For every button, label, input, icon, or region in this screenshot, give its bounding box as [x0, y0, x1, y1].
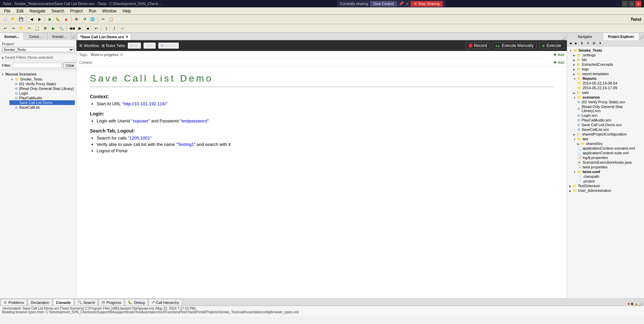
t2-btn7[interactable]: ▶ — [50, 25, 57, 32]
t2-btn9[interactable]: ◀◀ — [68, 25, 75, 32]
new-button[interactable]: ⬜ — [1, 16, 9, 23]
rt-scn-readonly[interactable]: [Read Only General Step Library].scn — [577, 104, 643, 113]
maximize-button[interactable]: □ — [629, 1, 635, 7]
t2-btn10[interactable]: ▶ — [76, 25, 84, 32]
rt-scn-playcall[interactable]: PlayCallAudio.scn — [577, 118, 643, 122]
userid-link[interactable]: "supuser" — [131, 118, 150, 123]
terminate-button[interactable]: ■ — [628, 302, 630, 306]
menu-file[interactable]: File — [1, 8, 13, 14]
open-button[interactable]: 📂 — [9, 16, 17, 23]
tree-01-verify[interactable]: (01 Verify Proxy State) — [9, 82, 75, 86]
rt-log4j[interactable]: log4j.properties — [577, 155, 643, 160]
rp-btn1[interactable]: ◀ — [568, 41, 573, 46]
rp-btn6[interactable]: ▼ — [597, 41, 603, 46]
rp-btn4[interactable]: ↺ — [585, 41, 591, 46]
rt-app-context-suite[interactable]: applicationContext-suite.xml — [577, 151, 643, 155]
t2-btn5[interactable]: 📋 — [34, 25, 41, 32]
debug-button[interactable]: 🐛 — [54, 16, 62, 23]
rt-sahi[interactable]: sahi — [573, 90, 643, 95]
rt-shared-src[interactable]: sharedSrc — [577, 141, 643, 146]
menu-run[interactable]: Run — [86, 8, 99, 14]
editor-tab-save-call-list[interactable]: *Save Call List Demo.scn ✕ — [77, 33, 131, 40]
t2-btn13[interactable]: ⤵ — [103, 25, 110, 32]
tree-play-call-audio[interactable]: PlayCallAudio — [9, 96, 75, 100]
close-button[interactable]: ✕ — [635, 1, 641, 7]
rt-scenarios[interactable]: scenarios — [573, 95, 643, 100]
editor-maximize-button[interactable]: □ — [564, 37, 566, 40]
t2-btn3[interactable]: 📁 — [17, 25, 25, 32]
bottom-tab-search[interactable]: 🔍 Search — [74, 299, 98, 306]
bold-button[interactable]: Bold — [128, 43, 141, 49]
clear-filter-button[interactable]: Clear — [63, 62, 77, 68]
t2-btn6[interactable]: ⚙ — [42, 25, 49, 32]
left-tab-scenarios1[interactable]: Scenari... — [0, 33, 24, 40]
left-tab-concepts[interactable]: Conce... — [24, 33, 48, 40]
rt-scenario-hooks[interactable]: ScenarioExecutionHooks.java — [577, 160, 643, 165]
give-control-button[interactable]: Give Control — [370, 1, 397, 6]
url-link[interactable]: "http://10.101.192.116/" — [122, 101, 167, 106]
editor-tab-close[interactable]: ✕ — [125, 35, 128, 39]
rt-scn-01[interactable]: (01 Verify Proxy State).scn — [577, 100, 643, 104]
rt-twist-properties[interactable]: twist.properties — [577, 165, 643, 169]
rt-scn-savecalllist[interactable]: SaveCallList.scn — [577, 127, 643, 132]
toolbar-btn-extra1[interactable]: ✂ — [99, 16, 107, 23]
right-tab-project-explorer[interactable]: Project Explorer — [603, 33, 639, 40]
rt-report-templates[interactable]: report-templates — [573, 71, 643, 76]
right-maximize-button[interactable]: □ — [642, 35, 643, 38]
rt-scn-login[interactable]: Login.scn — [577, 113, 643, 118]
menu-help[interactable]: Help — [120, 8, 134, 14]
tree-read-only[interactable]: [Read Only General Step Library] — [9, 86, 75, 91]
t2-btn2[interactable]: ↪ — [9, 25, 17, 32]
execute-button[interactable]: Execute — [539, 42, 564, 49]
rt-smoke-tests[interactable]: Smoke_Tests — [569, 48, 643, 53]
context-add-btn[interactable]: ✚ Add — [553, 60, 564, 65]
right-tab-navigator[interactable]: Navigator — [567, 33, 603, 40]
toolbar-btn-extra3[interactable]: 📄 — [115, 16, 123, 23]
left-tab-scenarios2[interactable]: Scenari... — [48, 33, 71, 40]
bottom-tab-declaration[interactable]: Declaration — [28, 299, 52, 306]
filter-input[interactable] — [13, 63, 62, 68]
run-button[interactable]: ▶ — [46, 16, 54, 23]
tree-save-call-list[interactable]: SaveCallList — [9, 105, 75, 110]
t2-btn4[interactable]: ✂ — [25, 25, 33, 32]
menu-navigate[interactable]: Navigate — [27, 8, 48, 14]
execute-manually-button[interactable]: Execute Manually — [493, 42, 537, 49]
menu-project[interactable]: Project — [67, 8, 85, 14]
scroll-lock-button[interactable]: 🔒 — [634, 302, 638, 306]
bottom-tab-console[interactable]: Console — [53, 299, 73, 306]
bottom-minimize[interactable]: _ — [639, 302, 640, 306]
forward-button[interactable]: ▶ — [36, 16, 43, 23]
rt-app-context-scenario[interactable]: applicationContext-scenario.xml — [577, 146, 643, 151]
settings-button[interactable]: ⚙ — [73, 16, 80, 23]
maximize-panel-button[interactable]: □ — [74, 35, 75, 38]
back-button[interactable]: ◀ — [28, 16, 35, 23]
t2-btn11[interactable]: ■ — [84, 25, 92, 32]
tags-add-btn[interactable]: ✚ Add — [553, 52, 564, 57]
rt-twist-conf[interactable]: twist-conf — [573, 169, 643, 174]
rt-settings[interactable]: .settings — [573, 53, 643, 57]
menu-edit[interactable]: Edit — [14, 8, 26, 14]
stop-sharing-button[interactable]: ✕ Stop Sharing — [411, 1, 443, 7]
toolbar-btn-extra2[interactable]: 📋 — [107, 16, 115, 23]
bottom-tab-progress[interactable]: ◷ Progress — [99, 299, 124, 306]
rt-bin[interactable]: bin — [573, 57, 643, 62]
rp-btn2[interactable]: ▶ — [574, 41, 579, 46]
calls-link[interactable]: "1205,1001" — [128, 136, 152, 141]
rp-btn3[interactable]: ⬆ — [579, 41, 585, 46]
header-button[interactable]: H Header — [158, 43, 179, 49]
rt-classpath[interactable]: .classpath — [577, 174, 643, 179]
t2-btn8[interactable]: 🔍 — [58, 25, 65, 32]
record-button[interactable]: Record — [466, 42, 490, 49]
launch-button[interactable]: 🌐 — [89, 16, 96, 23]
project-select[interactable]: Smoke_Tests — [2, 47, 74, 52]
rt-report-1[interactable]: 2014-05-22,19-08-54 — [577, 81, 643, 86]
rt-reports[interactable]: Reports — [573, 76, 643, 81]
t2-btn1[interactable]: ↩ — [1, 25, 9, 32]
minimize-button[interactable]: ─ — [622, 1, 628, 7]
t2-btn15[interactable]: ↔ — [119, 25, 126, 32]
save-button[interactable]: 💾 — [17, 16, 25, 23]
tree-smoke-tests[interactable]: Smoke_Tests — [5, 77, 75, 82]
rp-btn5[interactable]: ⊞ — [591, 41, 597, 46]
rt-src[interactable]: src — [573, 137, 643, 141]
rt-project-file[interactable]: .project — [577, 179, 643, 183]
